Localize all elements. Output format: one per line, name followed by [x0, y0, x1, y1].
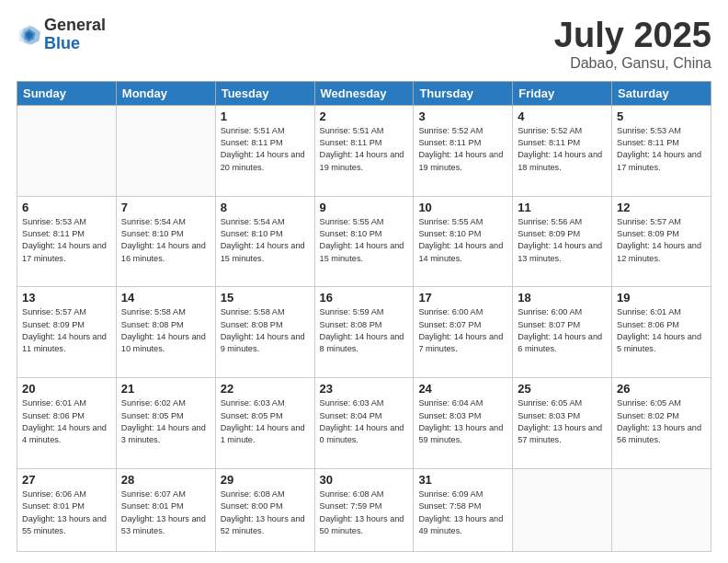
day-number: 2 — [320, 109, 409, 123]
day-number: 18 — [518, 291, 607, 304]
table-row: 4Sunrise: 5:52 AM Sunset: 8:11 PM Daylig… — [513, 105, 612, 196]
day-info: Sunrise: 6:02 AM Sunset: 8:05 PM Dayligh… — [121, 397, 210, 446]
day-info: Sunrise: 5:54 AM Sunset: 8:10 PM Dayligh… — [121, 216, 210, 265]
day-info: Sunrise: 6:07 AM Sunset: 8:01 PM Dayligh… — [121, 488, 210, 537]
table-row: 29Sunrise: 6:08 AM Sunset: 8:00 PM Dayli… — [215, 469, 314, 552]
table-row: 19Sunrise: 6:01 AM Sunset: 8:06 PM Dayli… — [612, 287, 711, 378]
table-row: 22Sunrise: 6:03 AM Sunset: 8:05 PM Dayli… — [215, 378, 314, 469]
day-info: Sunrise: 6:05 AM Sunset: 8:03 PM Dayligh… — [518, 397, 607, 446]
day-info: Sunrise: 6:03 AM Sunset: 8:04 PM Dayligh… — [320, 397, 409, 446]
title-area: July 2025 Dabao, Gansu, China — [554, 17, 711, 72]
table-row — [513, 469, 612, 552]
location-subtitle: Dabao, Gansu, China — [554, 55, 711, 72]
day-info: Sunrise: 6:00 AM Sunset: 8:07 PM Dayligh… — [418, 306, 507, 355]
day-info: Sunrise: 5:58 AM Sunset: 8:08 PM Dayligh… — [221, 306, 310, 355]
col-thursday: Thursday — [414, 81, 513, 105]
month-title: July 2025 — [554, 17, 711, 55]
table-row: 10Sunrise: 5:55 AM Sunset: 8:10 PM Dayli… — [414, 196, 513, 287]
day-info: Sunrise: 5:51 AM Sunset: 8:11 PM Dayligh… — [221, 125, 310, 174]
table-row: 2Sunrise: 5:51 AM Sunset: 8:11 PM Daylig… — [314, 105, 414, 196]
day-number: 26 — [617, 382, 706, 396]
col-sunday: Sunday — [17, 81, 117, 105]
col-wednesday: Wednesday — [314, 81, 414, 105]
table-row: 6Sunrise: 5:53 AM Sunset: 8:11 PM Daylig… — [17, 196, 117, 287]
col-saturday: Saturday — [612, 81, 711, 105]
day-info: Sunrise: 6:08 AM Sunset: 8:00 PM Dayligh… — [221, 488, 310, 537]
day-number: 28 — [121, 473, 210, 487]
day-info: Sunrise: 6:03 AM Sunset: 8:05 PM Dayligh… — [221, 397, 310, 446]
table-row — [17, 105, 117, 196]
day-number: 21 — [121, 382, 210, 396]
day-number: 12 — [617, 201, 706, 214]
day-number: 17 — [418, 291, 507, 304]
day-info: Sunrise: 6:05 AM Sunset: 8:02 PM Dayligh… — [617, 397, 706, 446]
table-row: 26Sunrise: 6:05 AM Sunset: 8:02 PM Dayli… — [612, 378, 711, 469]
day-number: 22 — [221, 382, 310, 396]
day-number: 16 — [320, 291, 409, 304]
table-row: 21Sunrise: 6:02 AM Sunset: 8:05 PM Dayli… — [116, 378, 215, 469]
table-row: 17Sunrise: 6:00 AM Sunset: 8:07 PM Dayli… — [414, 287, 513, 378]
day-number: 29 — [221, 473, 310, 487]
day-info: Sunrise: 5:52 AM Sunset: 8:11 PM Dayligh… — [518, 125, 607, 174]
day-number: 24 — [418, 382, 507, 396]
day-number: 25 — [518, 382, 607, 396]
col-tuesday: Tuesday — [215, 81, 314, 105]
day-info: Sunrise: 5:53 AM Sunset: 8:11 PM Dayligh… — [617, 125, 706, 174]
table-row: 15Sunrise: 5:58 AM Sunset: 8:08 PM Dayli… — [215, 287, 314, 378]
day-number: 20 — [22, 382, 111, 396]
day-number: 31 — [418, 473, 507, 487]
day-info: Sunrise: 5:55 AM Sunset: 8:10 PM Dayligh… — [418, 216, 507, 265]
logo-general: General — [44, 17, 106, 35]
page: General Blue July 2025 Dabao, Gansu, Chi… — [0, 0, 728, 563]
table-row: 18Sunrise: 6:00 AM Sunset: 8:07 PM Dayli… — [513, 287, 612, 378]
day-info: Sunrise: 6:04 AM Sunset: 8:03 PM Dayligh… — [418, 397, 507, 446]
day-info: Sunrise: 6:01 AM Sunset: 8:06 PM Dayligh… — [22, 397, 111, 446]
logo-icon — [17, 22, 42, 48]
day-number: 1 — [221, 109, 310, 123]
day-number: 5 — [617, 109, 706, 123]
table-row: 12Sunrise: 5:57 AM Sunset: 8:09 PM Dayli… — [612, 196, 711, 287]
day-number: 8 — [221, 201, 310, 214]
table-row: 30Sunrise: 6:08 AM Sunset: 7:59 PM Dayli… — [314, 469, 414, 552]
table-row: 23Sunrise: 6:03 AM Sunset: 8:04 PM Dayli… — [314, 378, 414, 469]
day-info: Sunrise: 6:06 AM Sunset: 8:01 PM Dayligh… — [22, 488, 111, 537]
day-info: Sunrise: 6:00 AM Sunset: 8:07 PM Dayligh… — [518, 306, 607, 355]
logo-text: General Blue — [44, 17, 106, 53]
day-number: 7 — [121, 201, 210, 214]
header: General Blue July 2025 Dabao, Gansu, Chi… — [17, 17, 711, 72]
col-friday: Friday — [513, 81, 612, 105]
day-number: 13 — [22, 291, 111, 304]
day-info: Sunrise: 6:09 AM Sunset: 7:58 PM Dayligh… — [418, 488, 507, 537]
table-row: 5Sunrise: 5:53 AM Sunset: 8:11 PM Daylig… — [612, 105, 711, 196]
day-number: 9 — [320, 201, 409, 214]
col-monday: Monday — [116, 81, 215, 105]
table-row: 27Sunrise: 6:06 AM Sunset: 8:01 PM Dayli… — [17, 469, 117, 552]
day-info: Sunrise: 5:53 AM Sunset: 8:11 PM Dayligh… — [22, 216, 111, 265]
table-row: 7Sunrise: 5:54 AM Sunset: 8:10 PM Daylig… — [116, 196, 215, 287]
table-row: 31Sunrise: 6:09 AM Sunset: 7:58 PM Dayli… — [414, 469, 513, 552]
day-info: Sunrise: 5:52 AM Sunset: 8:11 PM Dayligh… — [418, 125, 507, 174]
day-info: Sunrise: 5:55 AM Sunset: 8:10 PM Dayligh… — [320, 216, 409, 265]
day-info: Sunrise: 5:58 AM Sunset: 8:08 PM Dayligh… — [121, 306, 210, 355]
table-row: 11Sunrise: 5:56 AM Sunset: 8:09 PM Dayli… — [513, 196, 612, 287]
day-info: Sunrise: 5:57 AM Sunset: 8:09 PM Dayligh… — [22, 306, 111, 355]
day-info: Sunrise: 5:59 AM Sunset: 8:08 PM Dayligh… — [320, 306, 409, 355]
day-number: 27 — [22, 473, 111, 487]
day-info: Sunrise: 5:54 AM Sunset: 8:10 PM Dayligh… — [221, 216, 310, 265]
table-row: 14Sunrise: 5:58 AM Sunset: 8:08 PM Dayli… — [116, 287, 215, 378]
table-row: 9Sunrise: 5:55 AM Sunset: 8:10 PM Daylig… — [314, 196, 414, 287]
logo-blue: Blue — [44, 35, 106, 53]
day-number: 3 — [418, 109, 507, 123]
day-number: 11 — [518, 201, 607, 214]
table-row: 24Sunrise: 6:04 AM Sunset: 8:03 PM Dayli… — [414, 378, 513, 469]
table-row: 25Sunrise: 6:05 AM Sunset: 8:03 PM Dayli… — [513, 378, 612, 469]
table-row: 28Sunrise: 6:07 AM Sunset: 8:01 PM Dayli… — [116, 469, 215, 552]
day-number: 14 — [121, 291, 210, 304]
day-info: Sunrise: 6:08 AM Sunset: 7:59 PM Dayligh… — [320, 488, 409, 537]
day-info: Sunrise: 5:51 AM Sunset: 8:11 PM Dayligh… — [320, 125, 409, 174]
day-number: 4 — [518, 109, 607, 123]
day-number: 10 — [418, 201, 507, 214]
day-number: 23 — [320, 382, 409, 396]
day-number: 19 — [617, 291, 706, 304]
table-row — [612, 469, 711, 552]
